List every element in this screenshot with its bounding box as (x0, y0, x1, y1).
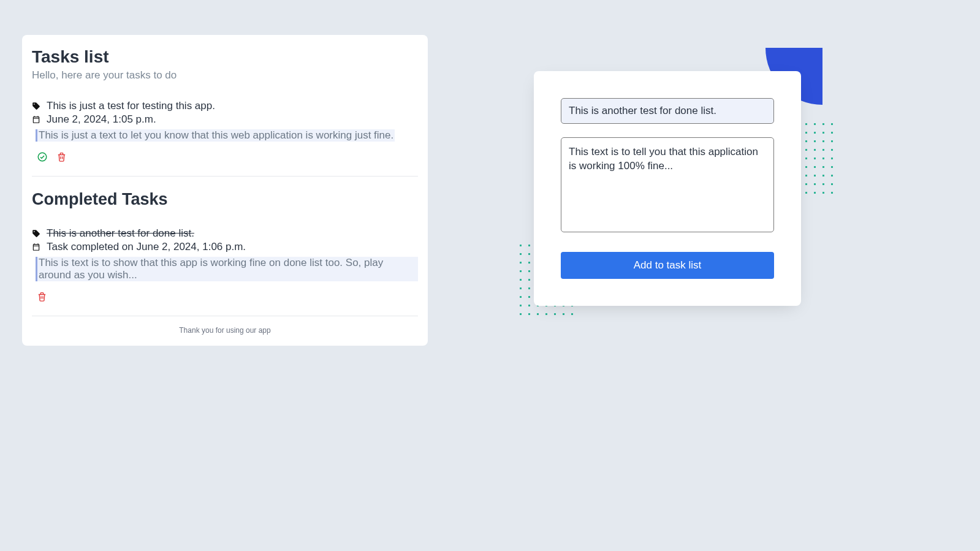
task-title-input[interactable] (561, 98, 774, 124)
footer-thank-you: Thank you for using our app (32, 316, 418, 342)
task-description-textarea[interactable] (561, 137, 774, 232)
tasks-card: Tasks list Hello, here are your tasks to… (22, 35, 428, 346)
add-to-task-list-button[interactable]: Add to task list (561, 252, 774, 279)
delete-button[interactable] (37, 291, 47, 302)
tag-icon (32, 229, 40, 238)
svg-point-0 (38, 153, 47, 161)
add-task-form: Add to task list (534, 71, 801, 306)
mark-done-button[interactable] (37, 151, 48, 162)
tag-icon (32, 102, 40, 110)
completed-task-date: Task completed on June 2, 2024, 1:06 p.m… (47, 241, 246, 253)
delete-button[interactable] (56, 151, 67, 162)
completed-task-title: This is another test for done list. (47, 227, 194, 240)
completed-tasks-heading: Completed Tasks (32, 190, 418, 209)
tasks-list-title: Tasks list (32, 47, 418, 67)
task-date: June 2, 2024, 1:05 p.m. (47, 113, 156, 126)
decor-dots-right (805, 123, 833, 194)
completed-task-note: This is text is to show that this app is… (36, 257, 418, 281)
task-note: This is just a text to let you know that… (36, 129, 395, 142)
calendar-icon (32, 243, 40, 251)
completed-task-item: This is another test for done list. Task… (32, 227, 418, 316)
tasks-list-subtitle: Hello, here are your tasks to do (32, 69, 418, 82)
task-item: This is just a test for testing this app… (32, 100, 418, 177)
calendar-icon (32, 115, 40, 124)
task-title: This is just a test for testing this app… (47, 100, 215, 112)
